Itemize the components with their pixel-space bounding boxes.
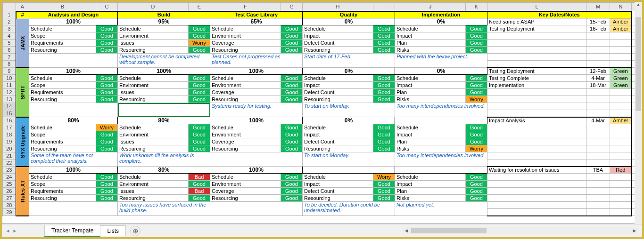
keydate-tag[interactable] [610,89,632,96]
cell[interactable] [586,152,610,159]
metric-label[interactable]: Issues [118,89,189,96]
status-cell[interactable]: Worry [373,174,395,181]
col-header[interactable]: H [303,3,373,11]
metric-label[interactable]: Defect Count [303,138,373,145]
cell[interactable] [487,110,586,117]
keydate-tag[interactable] [610,124,632,131]
keydate-text[interactable]: Testing Deployment [487,25,586,32]
note-cell[interactable]: Test Cases not progressed as planned. [210,54,303,68]
row-header[interactable]: 1 [3,11,16,18]
status-cell[interactable]: Good [189,131,210,138]
row-header[interactable]: 6 [3,47,16,54]
note-cell[interactable]: Some of the team have not completed thei… [29,152,118,167]
scroll-up-icon[interactable]: ▲ [636,2,641,9]
metric-label[interactable]: Environment [118,131,189,138]
header-build[interactable]: Build [118,11,210,18]
metric-label[interactable]: Schedule [118,124,189,131]
cell[interactable] [610,159,632,167]
vertical-scrollbar[interactable]: ▲ [635,2,642,224]
keydate-text[interactable] [487,89,586,96]
metric-label[interactable]: Schedule [29,174,96,181]
row-header[interactable]: 20 [3,145,16,152]
hscroll-thumb[interactable] [411,228,487,233]
note-cell[interactable]: Work unknown till the analysis is comple… [118,152,210,167]
row-header[interactable]: 27 [3,195,16,202]
status-cell[interactable]: Good [373,96,395,103]
status-cell[interactable]: Good [96,174,118,181]
metric-label[interactable]: Scope [29,181,96,188]
note-cell[interactable] [210,202,303,216]
keydate-tag[interactable] [610,32,632,40]
status-cell[interactable]: Good [281,145,303,152]
row-header[interactable]: 22 [3,159,16,167]
note-cell[interactable]: Too many interdependencies involved. [395,103,487,117]
note-cell[interactable]: To start on Monday. [303,152,395,167]
row-header[interactable]: 5 [3,40,16,47]
keydate-date[interactable]: 15-Feb [586,18,610,25]
keydate-text[interactable] [487,32,586,40]
row-header[interactable]: 24 [3,174,16,181]
percent-cell[interactable]: 100% [29,18,118,25]
status-cell[interactable]: Good [281,138,303,145]
metric-label[interactable]: Plan [395,40,466,47]
row-header[interactable]: 28 [3,202,16,209]
keydate-date[interactable] [586,195,610,202]
status-cell[interactable]: Good [373,25,395,32]
status-cell[interactable]: Good [281,96,303,103]
metric-label[interactable]: Risks [395,96,466,103]
header-keydates[interactable]: Key Dates/Notes [487,11,632,18]
keydate-date[interactable]: 4-Mar [586,117,610,124]
status-cell[interactable]: Good [96,181,118,188]
status-cell[interactable]: Worry [96,124,118,131]
keydate-tag[interactable] [610,145,632,152]
add-sheet-button[interactable]: ⊕ [130,226,140,236]
keydate-text[interactable] [487,131,586,138]
status-cell[interactable]: Good [466,138,487,145]
status-cell[interactable]: Good [281,195,303,202]
keydate-date[interactable] [586,145,610,152]
status-cell[interactable]: Good [96,138,118,145]
metric-label[interactable]: Schedule [210,124,281,131]
cell[interactable] [610,209,632,216]
cell[interactable] [610,110,632,117]
percent-cell[interactable]: 0% [303,68,395,75]
cell[interactable] [610,202,632,209]
row-header[interactable]: 19 [3,138,16,145]
status-cell[interactable]: Good [189,32,210,40]
status-cell[interactable]: Worry [466,145,487,152]
row-header[interactable]: 10 [3,75,16,82]
keydate-date[interactable]: TBA [586,167,610,174]
col-header[interactable]: E [189,3,210,11]
row-header[interactable]: 9 [3,68,16,75]
metric-label[interactable]: Environment [118,32,189,40]
status-cell[interactable]: Good [189,25,210,32]
metric-label[interactable]: Schedule [303,174,373,181]
status-cell[interactable]: Good [189,181,210,188]
status-cell[interactable]: Good [466,181,487,188]
status-cell[interactable]: Good [281,40,303,47]
status-cell[interactable]: Good [189,89,210,96]
scroll-left-icon[interactable]: ◄ [403,228,410,233]
status-cell[interactable]: Bad [189,188,210,195]
keydate-date[interactable] [586,181,610,188]
keydate-date[interactable] [586,96,610,103]
metric-label[interactable]: Resourcing [29,145,96,152]
row-header[interactable]: 16 [3,117,16,124]
status-cell[interactable]: Good [281,47,303,54]
metric-label[interactable]: Coverage [210,40,281,47]
metric-label[interactable]: Issues [118,40,189,47]
tab-lists[interactable]: Lists [100,225,126,236]
metric-label[interactable]: Schedule [210,75,281,82]
status-cell[interactable]: Good [189,75,210,82]
status-cell[interactable]: Good [189,145,210,152]
status-cell[interactable]: Good [96,47,118,54]
status-cell[interactable]: Good [96,96,118,103]
project-label[interactable]: JAMX [16,18,29,68]
status-cell[interactable]: Good [281,174,303,181]
cell[interactable] [487,152,586,159]
col-header[interactable]: K [466,3,487,11]
status-cell[interactable]: Good [466,131,487,138]
keydate-tag[interactable] [610,188,632,195]
metric-label[interactable]: Schedule [118,174,189,181]
metric-label[interactable]: Resourcing [210,195,281,202]
